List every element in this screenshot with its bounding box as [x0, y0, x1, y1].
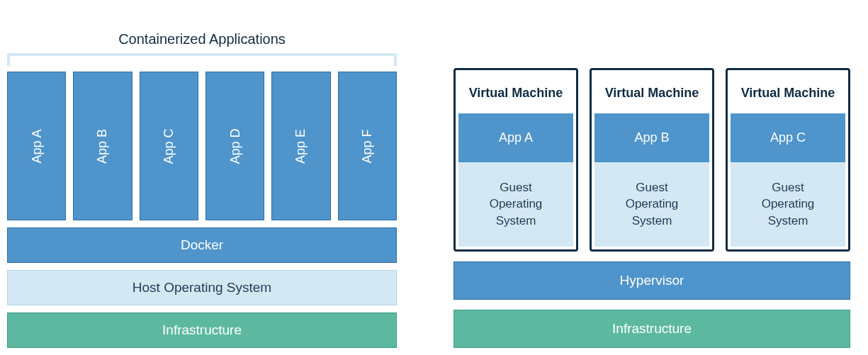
- vm-app-layer: App B: [594, 113, 709, 162]
- app-box: App D: [205, 72, 264, 220]
- bracket-icon: [7, 53, 397, 66]
- vm-app-layer: App C: [731, 113, 845, 162]
- app-box: App C: [140, 72, 198, 220]
- vm-box: Virtual Machine App A GuestOperatingSyst…: [453, 68, 578, 252]
- container-title: Containerized Applications: [7, 31, 397, 47]
- docker-layer: Docker: [7, 227, 397, 263]
- app-label: App B: [95, 128, 110, 163]
- vm-guest-os-layer: GuestOperatingSystem: [731, 162, 845, 247]
- app-box: App F: [338, 72, 397, 220]
- vm-guest-os-layer: GuestOperatingSystem: [458, 162, 573, 247]
- infrastructure-layer: Infrastructure: [7, 312, 397, 348]
- host-os-layer: Host Operating System: [7, 270, 397, 305]
- vm-box: Virtual Machine App B GuestOperatingSyst…: [590, 68, 714, 252]
- vm-architecture: Virtual Machine App A GuestOperatingSyst…: [453, 7, 850, 348]
- vm-app-layer: App A: [458, 113, 573, 162]
- guest-os-text: GuestOperatingSystem: [626, 181, 679, 228]
- app-box: App B: [73, 72, 132, 220]
- vm-title: Virtual Machine: [731, 73, 845, 113]
- vm-box: Virtual Machine App C GuestOperatingSyst…: [726, 68, 850, 252]
- app-label: App F: [360, 129, 375, 163]
- guest-os-text: GuestOperatingSystem: [490, 181, 543, 228]
- vm-guest-os-layer: GuestOperatingSystem: [594, 162, 709, 247]
- vm-row: Virtual Machine App A GuestOperatingSyst…: [453, 68, 850, 252]
- app-label: App E: [293, 128, 308, 163]
- hypervisor-layer: Hypervisor: [453, 261, 850, 300]
- container-apps-row: App A App B App C App D App E App F: [7, 72, 397, 220]
- app-label: App A: [29, 129, 44, 163]
- vm-title: Virtual Machine: [458, 73, 573, 113]
- app-box: App A: [7, 72, 66, 220]
- app-box: App E: [271, 72, 330, 220]
- infrastructure-layer: Infrastructure: [453, 310, 850, 348]
- app-label: App C: [162, 128, 176, 164]
- container-architecture: Containerized Applications App A App B A…: [7, 7, 397, 348]
- guest-os-text: GuestOperatingSystem: [762, 181, 815, 228]
- app-label: App D: [227, 128, 242, 164]
- vm-title: Virtual Machine: [594, 73, 709, 113]
